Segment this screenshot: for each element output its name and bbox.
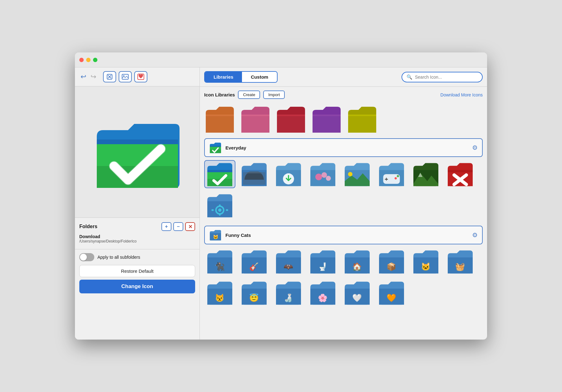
car-folder-item[interactable] — [239, 160, 270, 188]
heart-icon-button[interactable] — [134, 71, 147, 82]
cat13-folder-icon: 🤍 — [343, 280, 371, 305]
cat10-folder-item[interactable]: 😇 — [239, 279, 270, 307]
funny-cats-settings-icon[interactable]: ⚙ — [472, 231, 478, 239]
right-header: Libraries Custom 🔍 — [200, 67, 487, 87]
x-folder-icon — [446, 162, 474, 187]
icon-libraries-title: Icon Libraries — [204, 92, 235, 97]
cat7-folder-item[interactable]: 🐱 — [410, 247, 441, 276]
redo-button[interactable]: ↪ — [89, 72, 97, 81]
add-folder-button[interactable]: + — [161, 222, 171, 231]
yellow-folder-item[interactable] — [347, 105, 378, 133]
cat1-folder-item[interactable]: 🐈‍⬛ — [204, 247, 235, 276]
red-folder-item[interactable] — [275, 105, 307, 133]
settings-folder-item[interactable] — [204, 191, 235, 219]
cat9-folder-icon: 😾 — [206, 280, 234, 305]
orange-folder-item[interactable] — [204, 105, 235, 133]
purple-folder-svg — [311, 105, 342, 133]
svg-text:😾: 😾 — [215, 293, 225, 303]
tab-custom[interactable]: Custom — [242, 72, 277, 82]
purple-folder-item[interactable] — [311, 105, 342, 133]
pink-folder-item[interactable] — [240, 105, 271, 133]
cat7-folder-icon: 🐱 — [412, 249, 440, 274]
download-folder-item[interactable] — [273, 160, 304, 188]
cat3-folder-icon: 🦇 — [274, 249, 303, 274]
checkmark-folder-icon — [206, 162, 234, 187]
search-box[interactable]: 🔍 — [402, 72, 483, 82]
image-icon — [122, 74, 129, 80]
everyday-settings-icon[interactable]: ⚙ — [472, 144, 478, 151]
cat11-folder-icon: 🍶 — [274, 280, 303, 305]
cat1-folder-icon: 🐈‍⬛ — [206, 249, 234, 274]
checkmark-folder-item[interactable] — [204, 160, 235, 188]
cat5-folder-item[interactable]: 🏠 — [342, 247, 373, 276]
import-library-button[interactable]: Import — [263, 91, 285, 99]
toolbar: ↩ ↪ — [75, 67, 200, 86]
svg-point-9 — [315, 174, 322, 180]
cat8-folder-item[interactable]: 🧺 — [445, 247, 476, 276]
icon-libraries-header: Icon Libraries Create Import Download Mo… — [200, 87, 487, 103]
svg-text:🏠: 🏠 — [352, 262, 362, 272]
landscape-folder-item[interactable] — [342, 160, 373, 188]
cat14-folder-item[interactable]: 🧡 — [376, 279, 407, 307]
subfolder-toggle-row: Apply to all subfolders — [75, 249, 200, 265]
main-window: ↩ ↪ — [75, 52, 487, 340]
cat14-folder-icon: 🧡 — [377, 280, 406, 305]
clear-folder-button[interactable]: ✕ — [185, 222, 195, 231]
cat6-folder-item[interactable]: 📦 — [376, 247, 407, 276]
download-more-link[interactable]: Download More Icons — [441, 92, 483, 97]
undo-button[interactable]: ↩ — [79, 72, 87, 81]
flowers-folder-item[interactable] — [307, 160, 338, 188]
cat5-folder-icon: 🏠 — [343, 249, 371, 274]
cat9-folder-item[interactable]: 😾 — [204, 279, 235, 307]
mountains-folder-item[interactable] — [410, 160, 441, 188]
delete-icon-button[interactable] — [103, 71, 116, 82]
svg-rect-17 — [385, 179, 388, 180]
svg-text:🍶: 🍶 — [284, 293, 294, 303]
landscape-folder-icon — [343, 162, 371, 187]
svg-rect-24 — [226, 209, 228, 211]
gamepad-folder-icon — [377, 162, 406, 187]
yellow-folder-svg — [347, 105, 378, 133]
minimize-button[interactable] — [86, 58, 91, 62]
maximize-button[interactable] — [93, 58, 97, 62]
funny-cats-icon-grid: 🐈‍⬛ 🎸 — [204, 247, 483, 307]
cat12-folder-item[interactable]: 🌸 — [307, 279, 338, 307]
funny-cats-section-name: Funny Cats — [225, 233, 468, 238]
remove-folder-button[interactable]: − — [173, 222, 183, 231]
change-icon-button[interactable]: Change Icon — [79, 280, 195, 293]
svg-text:🐱: 🐱 — [213, 234, 219, 240]
restore-default-button[interactable]: Restore Default — [79, 265, 195, 277]
download-folder-icon — [274, 162, 303, 187]
svg-rect-23 — [219, 213, 220, 216]
x-folder-item[interactable] — [445, 160, 476, 188]
cat4-folder-icon: 🚽 — [309, 249, 337, 274]
cat2-folder-item[interactable]: 🎸 — [239, 247, 270, 276]
tab-libraries[interactable]: Libraries — [205, 72, 242, 82]
svg-rect-25 — [211, 209, 214, 211]
svg-point-21 — [218, 208, 222, 212]
search-input[interactable] — [415, 75, 478, 80]
svg-text:🦇: 🦇 — [284, 262, 294, 272]
svg-text:🧺: 🧺 — [456, 262, 466, 272]
undo-redo-group: ↩ ↪ — [79, 72, 97, 81]
traffic-lights — [79, 58, 97, 62]
icons-scroll-area[interactable]: Everyday ⚙ — [200, 103, 487, 340]
funny-cats-section-header: 🐱 Funny Cats ⚙ — [204, 226, 483, 244]
title-bar — [75, 52, 487, 67]
create-library-button[interactable]: Create — [238, 91, 260, 99]
svg-text:📦: 📦 — [387, 262, 397, 272]
everyday-section-icon — [209, 141, 222, 154]
image-icon-button[interactable] — [119, 71, 132, 82]
svg-text:🚽: 🚽 — [318, 262, 328, 272]
cat13-folder-item[interactable]: 🤍 — [342, 279, 373, 307]
close-button[interactable] — [79, 58, 84, 62]
folder-item-path: /Users/synapse/Desktop/FolderIco — [79, 239, 195, 243]
gamepad-folder-item[interactable] — [376, 160, 407, 188]
folder-item-name: Download — [79, 234, 195, 239]
cat11-folder-item[interactable]: 🍶 — [273, 279, 304, 307]
cat12-folder-icon: 🌸 — [309, 280, 337, 305]
folder-item: Download /Users/synapse/Desktop/FolderIc… — [79, 234, 195, 243]
subfolder-toggle-switch[interactable] — [79, 253, 94, 261]
cat4-folder-item[interactable]: 🚽 — [307, 247, 338, 276]
cat3-folder-item[interactable]: 🦇 — [273, 247, 304, 276]
